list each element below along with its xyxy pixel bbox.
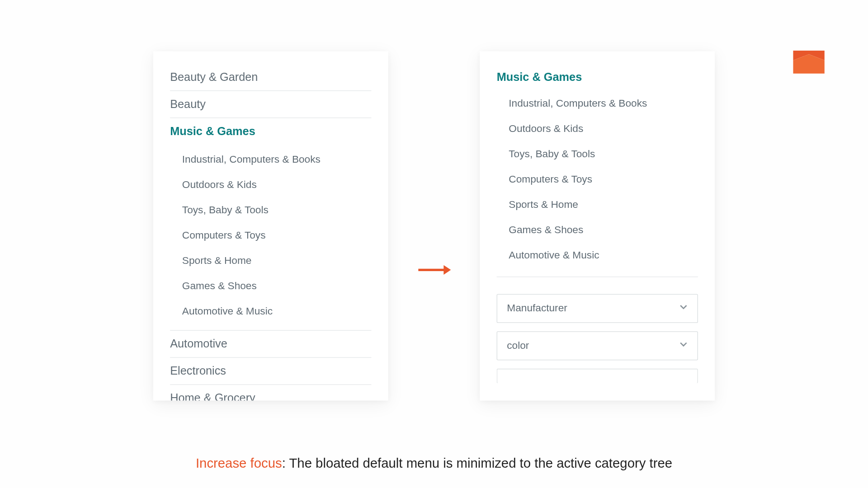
subcategory-item[interactable]: Games & Shoes <box>509 217 698 243</box>
caption-lead: Increase focus <box>196 455 282 470</box>
arrow-right-icon <box>417 264 451 278</box>
panel-after: Music & Games Industrial, Computers & Bo… <box>480 51 715 400</box>
panel-before: Beauty & Garden Beauty Music & Games Ind… <box>153 51 388 400</box>
caption: Increase focus: The bloated default menu… <box>0 455 868 471</box>
svg-marker-3 <box>443 265 451 275</box>
chevron-down-icon <box>679 302 688 314</box>
subcategory-item[interactable]: Computers & Toys <box>509 167 698 192</box>
subcategory-list: Industrial, Computers & Books Outdoors &… <box>170 145 371 331</box>
subcategory-list: Industrial, Computers & Books Outdoors &… <box>497 89 698 277</box>
category-item[interactable]: Automotive <box>170 331 371 358</box>
filter-dropdown-color[interactable]: color <box>497 331 698 360</box>
category-item[interactable]: Beauty & Garden <box>170 70 371 91</box>
subcategory-item[interactable]: Sports & Home <box>509 192 698 217</box>
subcategory-item[interactable]: Outdoors & Kids <box>509 116 698 141</box>
filter-label: color <box>507 340 529 352</box>
subcategory-item[interactable]: Industrial, Computers & Books <box>509 91 698 116</box>
subcategory-item[interactable]: Automotive & Music <box>182 299 372 324</box>
subcategory-item[interactable]: Computers & Toys <box>182 223 372 248</box>
subcategory-item[interactable]: Games & Shoes <box>182 273 372 299</box>
category-item-active[interactable]: Music & Games <box>170 118 371 145</box>
chevron-down-icon <box>679 340 688 352</box>
subcategory-item[interactable]: Outdoors & Kids <box>182 172 372 197</box>
category-item[interactable]: Home & Grocery <box>170 385 371 401</box>
subcategory-item[interactable]: Automotive & Music <box>509 243 698 268</box>
filter-dropdown-partial[interactable] <box>497 369 698 383</box>
subcategory-item[interactable]: Industrial, Computers & Books <box>182 147 372 172</box>
subcategory-item[interactable]: Toys, Baby & Tools <box>509 141 698 167</box>
category-item-active[interactable]: Music & Games <box>497 70 698 89</box>
filter-list: Manufacturer color <box>497 277 698 383</box>
subcategory-item[interactable]: Sports & Home <box>182 248 372 273</box>
subcategory-item[interactable]: Toys, Baby & Tools <box>182 197 372 223</box>
category-item[interactable]: Beauty <box>170 91 371 118</box>
filter-label: Manufacturer <box>507 302 567 314</box>
category-item[interactable]: Electronics <box>170 358 371 385</box>
caption-rest: : The bloated default menu is minimized … <box>282 455 672 470</box>
filter-dropdown-manufacturer[interactable]: Manufacturer <box>497 294 698 323</box>
